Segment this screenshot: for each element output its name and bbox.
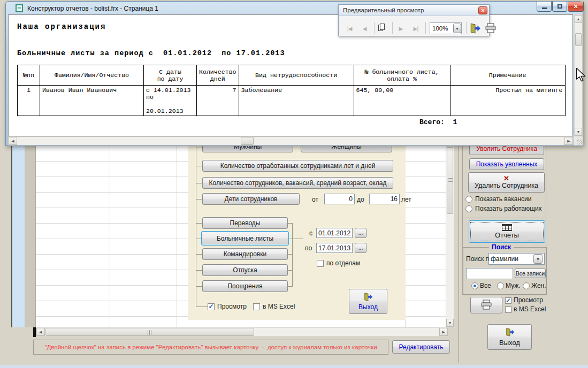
- report-children-button[interactable]: Дети сотрудников: [202, 193, 300, 205]
- search-field-combo[interactable]: фамилии ▼: [488, 253, 545, 265]
- prev-page-button[interactable]: ◀: [358, 23, 371, 34]
- scroll-left-icon: ◀: [39, 330, 42, 334]
- print-button[interactable]: [470, 297, 502, 313]
- filter-female-radio[interactable]: [523, 282, 530, 289]
- edit-button[interactable]: Редактировать: [392, 340, 450, 354]
- date-to-input[interactable]: [316, 243, 353, 253]
- label: Командировки: [224, 250, 267, 258]
- tree-line: [196, 146, 196, 307]
- age-to-input[interactable]: [369, 194, 400, 204]
- preview-hscroll-thumb[interactable]: [241, 137, 254, 145]
- preview-scroll-right-button[interactable]: ▶: [564, 137, 573, 145]
- first-page-button[interactable]: |◀: [343, 23, 356, 34]
- right-panel-separator: [462, 218, 546, 218]
- main-scroll-right-button[interactable]: ▶: [439, 328, 448, 336]
- show-fired-button[interactable]: Показать уволенных: [469, 158, 544, 170]
- toolbar-close-button[interactable]: ✕: [478, 6, 487, 14]
- scroll-right-icon: ▶: [442, 330, 445, 334]
- zoom-combo[interactable]: 100% ▼: [430, 22, 462, 34]
- delete-employee-button[interactable]: ✕ Удалить Сотрудника: [468, 172, 545, 193]
- right-preview-checkbox[interactable]: ✓: [505, 297, 511, 304]
- page-layout-button[interactable]: [378, 24, 385, 32]
- next-page-button[interactable]: ▶: [394, 23, 407, 34]
- by-departments-checkbox[interactable]: [317, 260, 324, 267]
- grid-vscroll-thumb[interactable]: [447, 147, 453, 214]
- tree-line: [196, 306, 208, 307]
- grid-scroll-down-button[interactable]: ▼: [446, 319, 454, 327]
- zoom-dropdown-button[interactable]: ▼: [453, 24, 461, 33]
- printer-icon: [480, 300, 493, 311]
- tree-line: [196, 166, 202, 166]
- last-page-button[interactable]: ▶|: [409, 23, 422, 34]
- close-button[interactable]: ✕: [568, 2, 584, 12]
- right-excel-checkbox[interactable]: [505, 306, 511, 313]
- tree-line: [196, 148, 202, 148]
- report-doc-icon: [16, 4, 23, 12]
- hint-box: "Двойной щелчок" на запись в режиме "Ред…: [33, 340, 388, 355]
- preview-scroll-left-button[interactable]: ◀: [9, 137, 17, 145]
- report-rewards-button[interactable]: Поощрения: [202, 280, 288, 292]
- report-transfers-button[interactable]: Переводы: [202, 217, 288, 229]
- report-vacations-button[interactable]: Отпуска: [202, 264, 288, 276]
- grid-vscrollbar[interactable]: ▼: [446, 146, 454, 327]
- date-from-input[interactable]: [316, 228, 353, 238]
- search-input[interactable]: [466, 268, 513, 279]
- report-staff-stats-button[interactable]: Количество сотрудников, вакансий, средни…: [202, 177, 393, 189]
- tree-line: [289, 239, 303, 239]
- scroll-up-icon: ▲: [577, 17, 581, 21]
- preview-vscroll-thumb[interactable]: [575, 33, 582, 46]
- preview-window-title: Конструктор отчетов - bolist.frx - Стран…: [27, 5, 158, 12]
- grid-column-line: [177, 146, 177, 327]
- label: Переводы: [230, 219, 261, 227]
- panel-excel-checkbox[interactable]: [253, 303, 260, 310]
- show-working-label: Показать работающих: [475, 205, 542, 212]
- label: Больничные листы: [217, 235, 273, 242]
- search-field-value: фамилии: [491, 255, 533, 263]
- reports-button[interactable]: Отчеты: [469, 220, 545, 243]
- report-trips-button[interactable]: Командировки: [202, 248, 288, 260]
- report-years-days-button[interactable]: Количество отработанных сотрудниками лет…: [202, 160, 393, 172]
- preview-scroll-up-button[interactable]: ▲: [575, 15, 582, 23]
- age-from-input[interactable]: [324, 194, 355, 204]
- data-cell: 7: [197, 86, 239, 116]
- show-vacancies-radio[interactable]: [465, 196, 472, 203]
- minimize-button[interactable]: [537, 2, 552, 12]
- panel-preview-checkbox[interactable]: ✓: [208, 303, 215, 310]
- resize-grip[interactable]: [574, 136, 583, 145]
- toolbar-title: Предварительный просмотр: [343, 7, 424, 13]
- main-hscrollbar[interactable]: ◀ ▶: [36, 327, 448, 336]
- show-vacancies-label: Показать вакансии: [475, 195, 531, 203]
- report-sick-lists-button[interactable]: Больничные листы: [201, 231, 289, 246]
- scroll-grip-icon: [148, 330, 152, 335]
- date-to-picker-button[interactable]: ...: [355, 243, 366, 253]
- filter-all-radio[interactable]: [471, 282, 478, 289]
- main-scroll-left-button[interactable]: ◀: [36, 328, 45, 336]
- combo-dropdown-button[interactable]: ▼: [533, 254, 543, 264]
- edit-button-label: Редактировать: [399, 343, 444, 351]
- label: Выход: [358, 303, 378, 311]
- close-icon: ✕: [573, 3, 578, 10]
- filter-female-label: Жен.: [531, 282, 546, 289]
- toolbar-print-button[interactable]: [484, 23, 497, 35]
- chevron-down-icon: ▼: [455, 27, 459, 30]
- preview-scroll-down-button[interactable]: ▼: [575, 128, 582, 136]
- preview-hscrollbar[interactable]: ◀ ▶: [8, 136, 574, 145]
- scroll-grip-icon: [448, 178, 453, 182]
- all-records-button[interactable]: Все записи: [515, 269, 546, 278]
- main-exit-button[interactable]: Выход: [487, 324, 532, 350]
- close-preview-button[interactable]: [469, 22, 481, 36]
- check-icon: ✓: [506, 297, 511, 304]
- show-working-radio[interactable]: [465, 205, 472, 212]
- label: Отпуска: [233, 266, 257, 274]
- filter-male-radio[interactable]: [497, 282, 504, 289]
- next-page-icon: ▶: [399, 26, 403, 32]
- prev-page-icon: ◀: [363, 26, 366, 32]
- restore-button[interactable]: [552, 2, 567, 12]
- tree-line: [288, 286, 292, 287]
- panel-exit-button[interactable]: Выход: [349, 289, 387, 314]
- main-hscroll-thumb[interactable]: [45, 328, 254, 336]
- scroll-down-icon: ▼: [577, 130, 581, 134]
- tree-line: [288, 223, 292, 224]
- date-from-picker-button[interactable]: ...: [355, 228, 366, 238]
- label: Количество сотрудников, вакансий, средни…: [209, 179, 387, 187]
